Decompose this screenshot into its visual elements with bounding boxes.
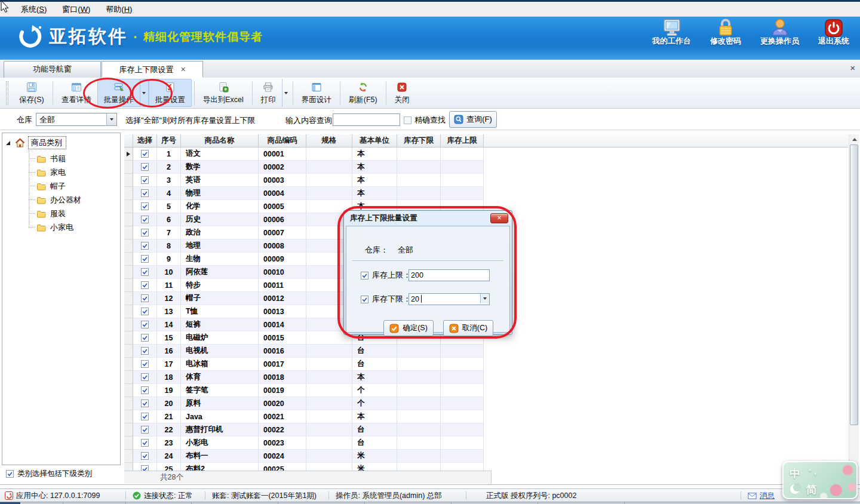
tab-stock-limit-settings[interactable]: 库存上下限设置× — [102, 61, 203, 78]
row-checkbox[interactable] — [141, 268, 149, 276]
row-checkbox[interactable] — [141, 386, 149, 394]
ui-design-button[interactable]: 界面设计 — [296, 79, 337, 107]
row-checkbox[interactable] — [141, 334, 149, 342]
row-select-cell[interactable] — [133, 147, 157, 161]
row-checkbox[interactable] — [141, 308, 149, 315]
column-header-7[interactable]: 库存下限 — [397, 134, 441, 147]
row-checkbox[interactable] — [141, 255, 149, 263]
save-button[interactable]: 保存(S) — [13, 79, 50, 107]
my-workbench-button[interactable]: 我的工作台 — [652, 22, 691, 47]
row-select-cell[interactable] — [133, 358, 157, 371]
message-link[interactable]: 消息 — [760, 491, 775, 501]
dialog-close-icon[interactable]: × — [490, 213, 508, 223]
row-select-cell[interactable] — [133, 187, 157, 200]
ime-language-indicator[interactable]: 中 — [790, 466, 800, 481]
row-select-cell[interactable] — [133, 371, 157, 384]
row-checkbox[interactable] — [141, 452, 149, 460]
menu-system[interactable]: 系统(S) — [13, 2, 54, 17]
row-select-cell[interactable] — [133, 213, 157, 226]
row-select-cell[interactable] — [133, 174, 157, 187]
query-button[interactable]: 查询(F) — [449, 111, 497, 128]
switch-operator-button[interactable]: 更换操作员 — [760, 22, 799, 47]
row-select-cell[interactable] — [133, 345, 157, 358]
row-select-cell[interactable] — [133, 226, 157, 239]
dialog-cancel-button[interactable]: 取消(C) — [443, 320, 493, 336]
row-checkbox[interactable] — [141, 294, 149, 302]
row-checkbox[interactable] — [141, 465, 149, 471]
tree-item-6[interactable]: 小家电 — [2, 220, 120, 234]
tab-function-nav[interactable]: 功能导航窗 — [4, 61, 101, 78]
tree-root-label[interactable]: 商品类别 — [28, 136, 66, 149]
message-link-item[interactable]: 消息 — [748, 489, 775, 502]
row-checkbox[interactable] — [141, 426, 149, 434]
view-details-button[interactable]: 查看详情 — [56, 79, 97, 107]
row-checkbox[interactable] — [141, 216, 149, 223]
row-select-cell[interactable] — [133, 161, 157, 174]
row-select-cell[interactable] — [133, 437, 157, 450]
row-checkbox[interactable] — [141, 439, 149, 447]
row-checkbox[interactable] — [141, 347, 149, 355]
row-select-cell[interactable] — [133, 397, 157, 410]
upper-limit-input[interactable] — [408, 269, 490, 281]
column-header-6[interactable]: 基本单位 — [352, 134, 397, 147]
exact-search-checkbox[interactable] — [404, 116, 411, 124]
row-checkbox[interactable] — [141, 360, 149, 368]
row-checkbox[interactable] — [141, 373, 149, 381]
tree-root-row[interactable]: 商品类别 — [6, 136, 119, 149]
row-select-cell[interactable] — [133, 305, 157, 318]
include-subcategory-option[interactable]: 类别选择包括下级类别 — [6, 469, 92, 479]
batch-operation-button[interactable]: 批量操作 — [98, 79, 140, 106]
menu-window[interactable]: 窗口(W) — [54, 2, 98, 17]
menu-help[interactable]: 帮助(H) — [98, 2, 140, 17]
print-button-dropdown[interactable] — [282, 79, 290, 107]
exit-system-button[interactable]: 退出系统 — [818, 22, 849, 47]
row-select-cell[interactable] — [133, 384, 157, 397]
exact-search-option[interactable]: 精确查找 — [404, 115, 446, 125]
include-subcategory-checkbox[interactable] — [6, 470, 14, 478]
column-header-4[interactable]: 商品编码 — [259, 134, 306, 147]
tree-expander-icon[interactable] — [6, 141, 10, 145]
row-checkbox[interactable] — [141, 242, 149, 250]
batch-operation-button-dropdown[interactable] — [140, 79, 148, 106]
search-input[interactable] — [333, 113, 400, 126]
row-select-cell[interactable] — [133, 331, 157, 345]
ime-widget[interactable]: 中 °， 简 — [782, 461, 858, 499]
row-select-cell[interactable] — [133, 318, 157, 331]
row-select-cell[interactable] — [133, 423, 157, 437]
tree-item-4[interactable]: 办公器材 — [2, 193, 120, 207]
half-width-moon-icon[interactable] — [790, 484, 800, 494]
tree-item-2[interactable]: 家电 — [2, 165, 120, 179]
row-checkbox[interactable] — [141, 189, 149, 197]
row-checkbox[interactable] — [141, 163, 149, 171]
row-select-cell[interactable] — [133, 200, 157, 213]
vertical-scrollbar[interactable] — [849, 134, 859, 485]
chevron-down-icon[interactable] — [106, 113, 116, 125]
scrollbar-thumb[interactable] — [850, 145, 858, 425]
close-button[interactable]: 关闭 — [389, 79, 416, 107]
row-select-cell[interactable] — [133, 239, 157, 253]
scroll-up-icon[interactable] — [849, 134, 859, 145]
row-checkbox[interactable] — [141, 150, 149, 158]
tabbar-close-icon[interactable]: × — [850, 63, 855, 73]
row-select-cell[interactable] — [133, 266, 157, 279]
change-password-button[interactable]: 修改密码 — [710, 22, 741, 47]
row-select-cell[interactable] — [133, 463, 157, 471]
dialog-ok-button[interactable]: 确定(S) — [383, 320, 434, 336]
chevron-down-icon[interactable] — [480, 294, 489, 303]
column-header-8[interactable]: 库存上限 — [441, 134, 484, 147]
row-checkbox[interactable] — [141, 176, 149, 184]
tree-item-1[interactable]: 书籍 — [2, 152, 120, 165]
column-header-3[interactable]: 商品名称 — [181, 134, 259, 147]
column-header-5[interactable]: 规格 — [306, 134, 352, 147]
warehouse-select[interactable]: 全部 — [36, 113, 117, 126]
row-checkbox[interactable] — [141, 321, 149, 328]
lower-limit-checkbox[interactable] — [361, 296, 368, 303]
row-select-cell[interactable] — [133, 292, 157, 305]
row-checkbox[interactable] — [141, 399, 149, 407]
row-select-cell[interactable] — [133, 279, 157, 292]
column-header-2[interactable]: 序号 — [157, 134, 181, 147]
print-button[interactable]: 打印 — [255, 79, 282, 107]
row-select-cell[interactable] — [133, 450, 157, 463]
row-select-cell[interactable] — [133, 253, 157, 266]
row-checkbox[interactable] — [141, 229, 149, 236]
